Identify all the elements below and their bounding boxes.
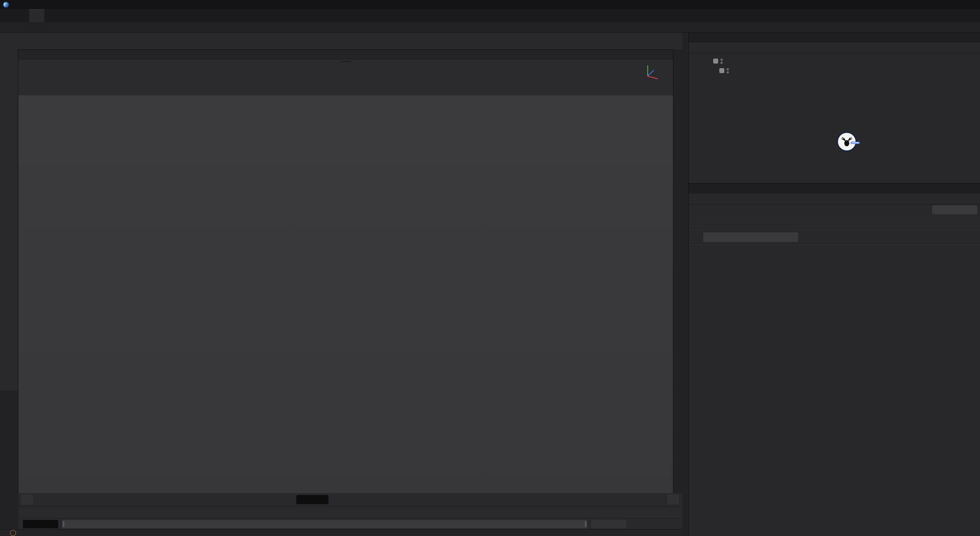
section-title xyxy=(689,220,980,224)
camera-label[interactable] xyxy=(340,61,351,62)
attribute-section-tabs xyxy=(689,215,980,220)
range-start-field[interactable] xyxy=(23,520,58,528)
attribute-manager-menubar xyxy=(689,194,980,204)
document-tab[interactable] xyxy=(29,9,44,23)
timeline-ramp-button[interactable] xyxy=(667,495,679,505)
viewport-scene xyxy=(18,59,673,494)
attribute-message xyxy=(689,247,980,254)
timeline-controls xyxy=(18,493,683,507)
undo-button[interactable] xyxy=(0,10,12,21)
timeline-panel xyxy=(18,493,683,529)
attribute-manager xyxy=(689,184,980,536)
minimize-button[interactable] xyxy=(929,0,946,9)
viewport-menubar xyxy=(18,50,673,59)
object-row-reeper[interactable] xyxy=(692,56,980,66)
range-end-field[interactable] xyxy=(591,520,626,528)
viewport-panel xyxy=(18,50,673,493)
layer-color-chip[interactable] xyxy=(713,59,718,64)
close-button[interactable] xyxy=(963,0,980,9)
keyframe-button[interactable] xyxy=(21,495,33,505)
frame-ruler[interactable] xyxy=(18,507,683,518)
right-panel xyxy=(688,33,980,536)
current-frame-field[interactable] xyxy=(296,495,328,504)
layer-color-chip[interactable] xyxy=(719,68,724,73)
preset-dropdown[interactable] xyxy=(932,205,977,214)
mode-parameter-row xyxy=(689,231,980,243)
object-manager-tabs xyxy=(689,33,980,42)
status-check-icon xyxy=(10,530,16,536)
visibility-dots[interactable] xyxy=(727,68,729,74)
maximize-button[interactable] xyxy=(946,0,963,9)
document-tab-bar xyxy=(0,9,980,22)
redo-button[interactable] xyxy=(12,10,24,21)
range-handle-left[interactable] xyxy=(63,521,64,527)
object-manager-menubar xyxy=(689,42,980,53)
object-row-text-spline[interactable] xyxy=(692,66,980,75)
title-bar xyxy=(0,0,980,9)
ime-mode-badge[interactable] xyxy=(851,142,860,144)
range-slider[interactable] xyxy=(62,520,587,528)
playback-range-row xyxy=(18,518,683,529)
visibility-dots[interactable] xyxy=(720,59,723,64)
attribute-manager-tabs xyxy=(689,184,980,194)
mode-dropdown[interactable] xyxy=(703,232,798,242)
status-bar xyxy=(0,529,683,536)
main-menubar xyxy=(0,22,980,33)
ime-indicator[interactable] xyxy=(837,132,857,152)
viewport-3d-canvas[interactable] xyxy=(18,59,673,494)
axis-gizmo xyxy=(636,61,662,83)
cinema4d-logo-icon xyxy=(3,2,9,8)
range-handle-right[interactable] xyxy=(585,521,586,527)
main-toolbar xyxy=(0,33,683,50)
tool-palette-left xyxy=(0,50,18,391)
object-tree xyxy=(689,53,980,75)
